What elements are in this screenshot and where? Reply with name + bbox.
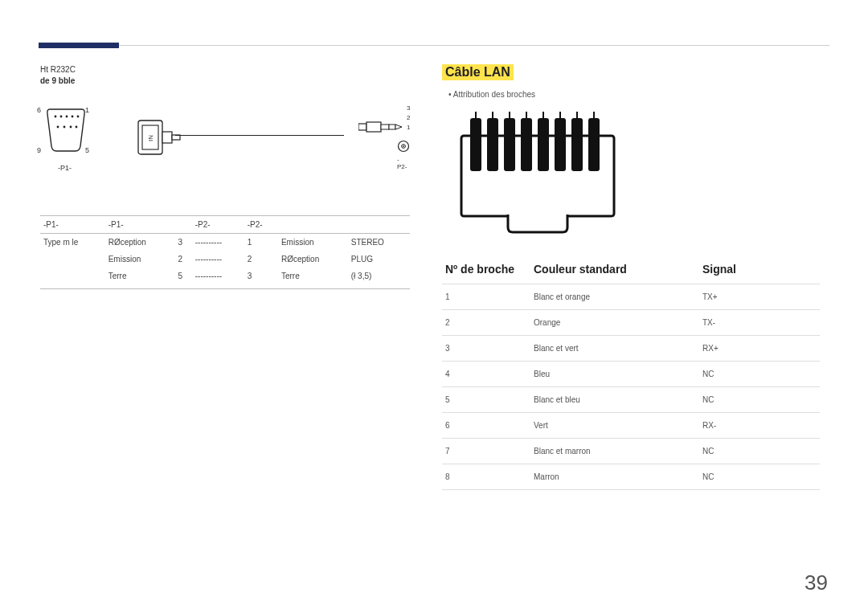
lan-pin-table: Nº de broche Couleur standard Signal 1Bl…: [442, 258, 820, 490]
svg-point-8: [76, 126, 78, 129]
lr3n: 3: [442, 336, 530, 362]
lr2s: TX-: [699, 310, 820, 336]
t1-h2: -P1-: [105, 216, 175, 234]
lr1s: TX+: [699, 284, 820, 310]
cable-plug-icon: IN: [137, 116, 183, 161]
t1r2c3: 2: [174, 251, 191, 268]
t1r1c2: RØception: [105, 234, 175, 251]
svg-point-5: [57, 126, 59, 129]
t1r2c7: PLUG: [348, 251, 410, 268]
lr4n: 4: [442, 362, 530, 387]
lr8c: Marron: [530, 464, 699, 490]
svg-rect-12: [162, 132, 172, 143]
pin-assignment-table: -P1- -P1- -P2- -P2- Type m le RØception …: [40, 215, 410, 289]
lr7s: NC: [699, 439, 820, 464]
svg-rect-22: [470, 118, 481, 171]
lr4s: NC: [699, 362, 820, 387]
svg-rect-15: [366, 122, 381, 132]
label-p1-diagram: -P1-: [58, 164, 72, 172]
svg-rect-16: [381, 125, 389, 129]
svg-rect-26: [538, 118, 549, 171]
t1-h5: -P2-: [244, 216, 278, 234]
svg-point-7: [70, 126, 72, 129]
rj45-connector-icon: [445, 112, 630, 240]
lr5n: 5: [442, 387, 530, 413]
t1r2c2: Emission: [105, 251, 175, 268]
lr6n: 6: [442, 413, 530, 439]
svg-point-1: [60, 116, 63, 118]
note-line1: Ht R232C: [40, 64, 410, 76]
lan-cable-title: Câble LAN: [442, 64, 514, 80]
t1r3c3: 5: [174, 268, 191, 289]
right-column: Câble LAN Attribution des broches: [442, 64, 828, 490]
svg-point-4: [77, 116, 80, 118]
t1r2c1: [40, 251, 105, 268]
svg-rect-14: [358, 124, 366, 130]
lr7c: Blanc et marron: [530, 439, 699, 464]
t1-h6: [278, 216, 348, 234]
svg-text:IN: IN: [147, 135, 154, 141]
svg-point-3: [72, 116, 74, 118]
lr6c: Vert: [530, 413, 699, 439]
label-p2-diagram: -P2-: [397, 156, 408, 170]
jack-label-3: 3: [407, 104, 410, 112]
lr1n: 1: [442, 284, 530, 310]
lan-h3: Signal: [699, 258, 820, 284]
svg-rect-17: [389, 125, 395, 129]
lr2c: Orange: [530, 310, 699, 336]
pin-label-5: 5: [85, 146, 89, 154]
lr3c: Blanc et vert: [530, 336, 699, 362]
svg-point-2: [66, 116, 68, 118]
lan-h1: Nº de broche: [442, 258, 530, 284]
t1r3c4: ----------: [192, 268, 244, 289]
lan-bullet: Attribution des broches: [448, 90, 828, 99]
t1r3c6: Terre: [278, 268, 348, 289]
t1r3c2: Terre: [105, 268, 175, 289]
svg-rect-24: [504, 118, 515, 171]
t1r3c7: (ł 3,5): [348, 268, 410, 289]
pin-label-9: 9: [37, 146, 41, 154]
pin-label-1: 1: [85, 106, 89, 114]
note-line2: de 9 bble: [40, 76, 410, 87]
lr2n: 2: [442, 310, 530, 336]
lr8n: 8: [442, 464, 530, 490]
t1r1c4: ----------: [192, 234, 244, 251]
t1-h3: [174, 216, 191, 234]
t1r2c4: ----------: [192, 251, 244, 268]
jack-label-2: 2: [407, 114, 410, 121]
t1r1c1: Type m le: [40, 234, 105, 251]
lr1c: Blanc et orange: [530, 284, 699, 310]
lan-h2: Couleur standard: [530, 258, 699, 284]
rs232-note: Ht R232C de 9 bble: [40, 64, 410, 87]
header-rule: [39, 45, 829, 46]
svg-rect-29: [588, 118, 600, 171]
t1r1c3: 3: [174, 234, 191, 251]
lr6s: RX-: [699, 413, 820, 439]
left-column: Ht R232C de 9 bble 6 1 9 5 -P1-: [40, 64, 410, 490]
lr5c: Blanc et bleu: [530, 387, 699, 413]
lr4c: Bleu: [530, 362, 699, 387]
t1r1c7: STEREO: [348, 234, 410, 251]
t1-h1: -P1-: [40, 216, 105, 234]
svg-point-0: [55, 116, 57, 118]
t1r3c5: 3: [244, 268, 278, 289]
db9-connector-icon: 6 1 9 5 -P1-: [45, 104, 87, 154]
lr7n: 7: [442, 439, 530, 464]
lr5s: NC: [699, 387, 820, 413]
svg-point-20: [403, 145, 404, 147]
lr8s: NC: [699, 464, 820, 490]
jack-label-1: 1: [407, 124, 410, 131]
rs232-diagram: 6 1 9 5 -P1- IN: [40, 101, 410, 198]
svg-rect-27: [555, 118, 566, 171]
t1-h7: [348, 216, 410, 234]
t1-h4: -P2-: [192, 216, 244, 234]
t1r2c6: RØception: [278, 251, 348, 268]
t1r3c1: [40, 268, 105, 289]
svg-rect-23: [487, 118, 498, 171]
svg-point-6: [63, 126, 66, 129]
lr3s: RX+: [699, 336, 820, 362]
t1r1c6: Emission: [278, 234, 348, 251]
stereo-jack-icon: 3 2 1 -P2-: [358, 116, 408, 140]
jack-symbol-icon: [397, 140, 410, 154]
svg-rect-25: [521, 118, 532, 171]
